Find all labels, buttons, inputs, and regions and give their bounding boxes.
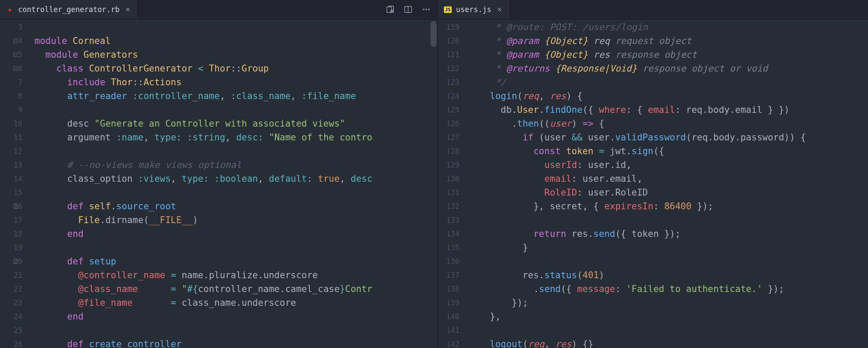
- line-number: 10: [0, 117, 22, 130]
- code-line[interactable]: login(req, res) {: [468, 89, 868, 103]
- code-line[interactable]: class_option :views, type: :boolean, def…: [34, 172, 437, 186]
- code-line[interactable]: RoleID: user.RoleID: [468, 186, 868, 199]
- code-line[interactable]: [34, 144, 437, 158]
- code-line[interactable]: .then((user) => {: [468, 117, 868, 130]
- code-line[interactable]: # --no-views make views optional: [34, 158, 437, 172]
- scrollbar-vertical[interactable]: [431, 21, 437, 47]
- more-actions-icon[interactable]: [422, 5, 431, 14]
- code-line[interactable]: * @param {Object} req request object: [468, 34, 868, 48]
- code-line[interactable]: userId: user.id,: [468, 158, 868, 172]
- right-editor[interactable]: 1191201211221231241251261271281291301311…: [438, 19, 868, 348]
- line-number: 3: [0, 20, 22, 34]
- compare-changes-icon[interactable]: [386, 5, 394, 14]
- line-number: 19: [0, 241, 22, 255]
- line-number: 22: [0, 282, 22, 296]
- line-number: 20: [0, 255, 22, 268]
- line-number: 24: [0, 310, 22, 323]
- javascript-icon: JS: [444, 6, 452, 13]
- line-number: 5: [0, 48, 22, 62]
- right-code[interactable]: * @route: POST: /users/login * @param {O…: [468, 19, 868, 348]
- line-number: 123: [438, 75, 459, 89]
- line-number: 15: [0, 186, 22, 199]
- line-number: 141: [438, 323, 459, 337]
- svg-point-5: [425, 9, 427, 10]
- code-line[interactable]: @class_name = "#{controller_name.camel_c…: [34, 282, 437, 296]
- code-line[interactable]: argument :name, type: :string, desc: "Na…: [34, 130, 437, 144]
- line-number: 23: [0, 296, 22, 310]
- code-line[interactable]: attr_reader :controller_name, :class_nam…: [34, 89, 437, 103]
- line-number: 129: [438, 158, 459, 172]
- code-line[interactable]: [34, 241, 437, 255]
- code-line[interactable]: [34, 20, 437, 34]
- left-code[interactable]: module Corneal module Generators class C…: [34, 19, 437, 348]
- code-line[interactable]: * @route: POST: /users/login: [468, 20, 868, 34]
- code-line[interactable]: def create_controller: [34, 337, 437, 348]
- code-line[interactable]: * @returns {Response|Void} response obje…: [468, 62, 868, 75]
- tab-controller-generator[interactable]: ◆ controller_generator.rb ×: [0, 0, 138, 19]
- right-editor-pane: JS users.js × 11912012112212312412512612…: [437, 0, 868, 348]
- line-number: 121: [438, 48, 459, 62]
- fold-icon[interactable]: [12, 62, 19, 75]
- close-icon[interactable]: ×: [496, 5, 503, 14]
- code-line[interactable]: File.dirname(__FILE__): [34, 213, 437, 227]
- left-editor-pane: ◆ controller_generator.rb × 345678910111…: [0, 0, 437, 348]
- code-line[interactable]: def self.source_root: [34, 199, 437, 213]
- fold-icon[interactable]: [12, 34, 19, 48]
- code-line[interactable]: desc "Generate an Controller with associ…: [34, 117, 437, 130]
- code-line[interactable]: logout(req, res) {}: [468, 337, 868, 348]
- code-line[interactable]: [468, 213, 868, 227]
- line-number: 120: [438, 34, 459, 48]
- code-line[interactable]: const token = jwt.sign({: [468, 144, 868, 158]
- code-line[interactable]: [34, 186, 437, 199]
- tab-users-js[interactable]: JS users.js ×: [438, 0, 510, 19]
- line-number: 124: [438, 89, 459, 103]
- line-number: 133: [438, 213, 459, 227]
- code-line[interactable]: res.status(401): [468, 268, 868, 282]
- code-line[interactable]: */: [468, 75, 868, 89]
- line-number: 130: [438, 172, 459, 186]
- code-line[interactable]: module Corneal: [34, 34, 437, 48]
- fold-icon[interactable]: [12, 199, 19, 213]
- code-line[interactable]: include Thor::Actions: [34, 75, 437, 89]
- line-number: 8: [0, 89, 22, 103]
- code-line[interactable]: [34, 323, 437, 337]
- line-number: 18: [0, 227, 22, 241]
- line-number: 4: [0, 34, 22, 48]
- code-line[interactable]: end: [34, 227, 437, 241]
- code-line[interactable]: if (user && user.validPassword(req.body.…: [468, 130, 868, 144]
- line-number: 17: [0, 213, 22, 227]
- line-number: 13: [0, 158, 22, 172]
- tab-filename: controller_generator.rb: [18, 5, 119, 14]
- line-number: 128: [438, 144, 459, 158]
- line-number: 142: [438, 337, 459, 348]
- code-line[interactable]: module Generators: [34, 48, 437, 62]
- left-editor[interactable]: 3456789101112131415161718192021222324252…: [0, 19, 437, 348]
- code-line[interactable]: }: [468, 241, 868, 255]
- code-line[interactable]: end: [34, 310, 437, 323]
- code-line[interactable]: [34, 103, 437, 117]
- code-line[interactable]: [468, 323, 868, 337]
- code-line[interactable]: .send({ message: 'Failed to authenticate…: [468, 282, 868, 296]
- code-line[interactable]: @file_name = class_name.underscore: [34, 296, 437, 310]
- line-number: 119: [438, 20, 459, 34]
- code-line[interactable]: @controller_name = name.pluralize.unders…: [34, 268, 437, 282]
- split-editor-icon[interactable]: [404, 5, 412, 14]
- code-line[interactable]: email: user.email,: [468, 172, 868, 186]
- fold-icon[interactable]: [12, 255, 19, 268]
- code-line[interactable]: });: [468, 296, 868, 310]
- line-number: 134: [438, 227, 459, 241]
- code-line[interactable]: }, secret, { expiresIn: 86400 });: [468, 199, 868, 213]
- code-line[interactable]: def setup: [34, 255, 437, 268]
- code-line[interactable]: * @param {Object} res response object: [468, 48, 868, 62]
- close-icon[interactable]: ×: [124, 5, 131, 14]
- code-line[interactable]: db.User.findOne({ where: { email: req.bo…: [468, 103, 868, 117]
- code-line[interactable]: return res.send({ token });: [468, 227, 868, 241]
- code-line[interactable]: [468, 255, 868, 268]
- code-line[interactable]: class ControllerGenerator < Thor::Group: [34, 62, 437, 75]
- fold-icon[interactable]: [12, 48, 19, 62]
- code-line[interactable]: },: [468, 310, 868, 323]
- line-number: 14: [0, 172, 22, 186]
- left-tabbar: ◆ controller_generator.rb ×: [0, 0, 437, 19]
- line-number: 139: [438, 296, 459, 310]
- line-number: 125: [438, 103, 459, 117]
